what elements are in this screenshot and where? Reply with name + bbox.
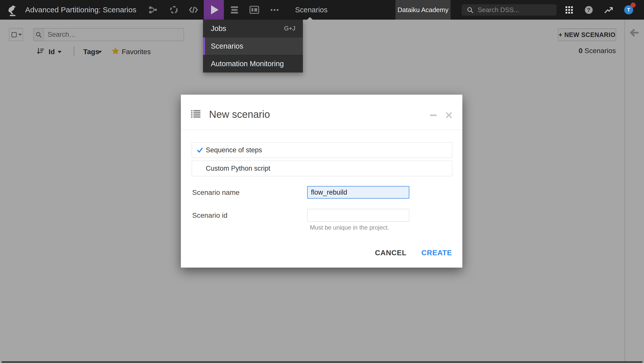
dataiku-academy-button[interactable]: Dataiku Academy <box>395 0 451 20</box>
create-button[interactable]: CREATE <box>421 249 452 257</box>
jobs-stack-icon[interactable] <box>227 0 242 20</box>
flow-icon[interactable] <box>146 0 160 20</box>
apps-grid-icon[interactable] <box>564 0 575 20</box>
option-sequence-of-steps[interactable]: Sequence of steps <box>192 142 452 158</box>
top-navbar: Advanced Partitioning: Scenarios <box>0 0 644 20</box>
dataiku-logo[interactable] <box>6 3 20 17</box>
modal-actions: CANCEL CREATE <box>375 249 452 257</box>
scenarios-menu-button[interactable] <box>204 0 224 20</box>
scenario-id-help: Must be unique in the project. <box>310 224 389 231</box>
help-icon[interactable]: ? <box>583 0 594 20</box>
scenario-name-input[interactable] <box>307 186 409 199</box>
dashboard-icon[interactable] <box>247 0 261 20</box>
shortcut-badge: G+J <box>284 25 295 32</box>
new-scenario-modal: New scenario Sequence of steps Custom Py… <box>181 95 462 268</box>
dss-screen: Id Tags Favorites + NEW SCENARIO 0 Scena… <box>0 0 644 363</box>
check-icon <box>197 148 203 154</box>
menu-item-scenarios[interactable]: Scenarios <box>203 37 303 55</box>
option-custom-python-script[interactable]: Custom Python script <box>192 161 452 176</box>
global-search-input[interactable] <box>478 6 548 14</box>
menu-item-automation-monitoring[interactable]: Automation Monitoring <box>203 55 303 72</box>
scenario-id-input[interactable] <box>307 209 409 222</box>
global-search <box>462 4 556 16</box>
trending-icon[interactable] <box>603 0 614 20</box>
lab-icon[interactable] <box>167 0 181 20</box>
search-icon <box>467 7 474 14</box>
notification-dot <box>631 3 636 8</box>
close-icon[interactable] <box>446 112 452 120</box>
scenario-id-label: Scenario id <box>192 211 227 220</box>
modal-header: New scenario <box>181 95 462 130</box>
more-menu-icon[interactable] <box>269 0 279 20</box>
code-icon[interactable] <box>186 0 200 20</box>
scenario-list-icon <box>191 110 200 119</box>
scenarios-dropdown-menu: Jobs G+J Scenarios Automation Monitoring <box>203 20 303 72</box>
modal-title: New scenario <box>209 109 270 120</box>
menu-item-jobs[interactable]: Jobs G+J <box>203 20 303 37</box>
project-page-title: Advanced Partitioning: Scenarios <box>25 0 136 20</box>
cancel-button[interactable]: CANCEL <box>375 249 407 257</box>
current-section-label: Scenarios <box>295 0 328 20</box>
minimize-icon[interactable] <box>430 115 437 116</box>
active-section-caret <box>307 17 313 20</box>
play-icon <box>211 5 219 14</box>
scenario-name-label: Scenario name <box>192 189 239 197</box>
